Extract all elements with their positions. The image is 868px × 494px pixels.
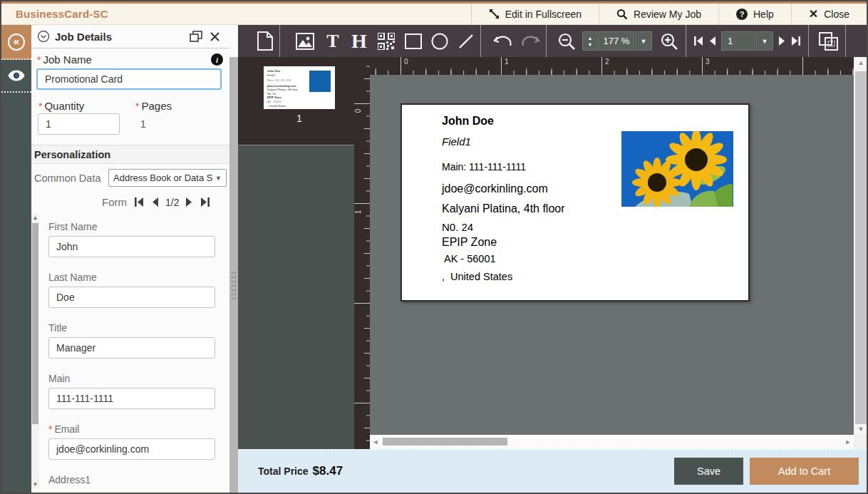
vertical-scrollbar-thumb[interactable] [855,71,867,424]
close-button[interactable]: ✕ Close [791,4,867,24]
previous-page-button[interactable] [706,25,718,57]
page-number-display[interactable]: 1 [721,31,755,51]
scroll-up-icon[interactable]: ▲ [31,214,39,222]
card-email-text[interactable]: jdoe@corkinling.com [442,182,548,195]
zoom-stepper[interactable]: ▲ ▼ [582,31,598,51]
job-name-label: Job Name [43,53,91,66]
scroll-down-icon[interactable]: ▼ [31,480,39,488]
card-address3-text[interactable]: EPIP Zone [442,236,497,249]
scroll-up-icon[interactable]: ▲ [854,57,868,68]
rectangle-tool[interactable] [401,25,426,57]
chevron-circle-icon[interactable] [37,30,50,43]
toolbar-separator [845,25,846,57]
canvas-horizontal-scrollbar[interactable]: ◄ ► [370,435,854,449]
ellipse-tool[interactable] [427,25,453,57]
toolbar-separator [480,25,481,57]
duplicate-page-button[interactable] [815,25,842,57]
close-icon: ✕ [809,7,818,21]
scroll-left-icon[interactable]: ◄ [370,436,381,448]
help-label: Help [753,9,774,20]
quantity-input[interactable] [38,113,120,135]
common-data-select[interactable]: Address Book or Data S ▼ [108,169,227,187]
zoom-in-button[interactable] [657,25,681,57]
scroll-down-icon[interactable]: ▼ [854,423,868,435]
form-scrollbar[interactable]: ▲ ▼ [31,214,39,488]
card-field1-text[interactable]: Field1 [442,135,471,148]
card-name-text[interactable]: John Doe [442,115,494,128]
thumbnail-page-number: 1 [264,113,335,124]
scroll-right-icon[interactable]: ► [842,436,854,448]
left-rail: « [1,25,31,493]
email-input[interactable] [48,438,215,460]
first-page-button[interactable] [691,25,706,57]
horizontal-scrollbar-thumb[interactable] [383,438,507,446]
heading-tool[interactable]: H [346,25,372,57]
text-tool[interactable]: T [320,25,346,57]
image-tool[interactable] [292,25,318,57]
card-zip-text[interactable]: AK - 56001 [444,253,496,264]
thumbnail-text: John Doe Field1 Main: 111-111-1111 jdoe@… [267,69,310,108]
zoom-dropdown[interactable]: ▼ [635,31,652,51]
save-button[interactable]: Save [674,458,743,485]
ruler-tick-label: 1 [505,58,509,66]
business-card-page[interactable]: John Doe Field1 Main: 111-111-1111 jdoe@… [401,103,750,302]
chevron-down-icon: ▼ [762,38,768,45]
last-page-button[interactable] [789,25,803,57]
chevron-down-icon: ▼ [215,175,222,182]
form-navigation: Form 1/2 [102,196,210,208]
close-panel-icon[interactable] [205,28,224,45]
card-phone-text[interactable]: Main: 111-111-1111 [442,161,526,173]
pages-label-row: * Pages [135,100,172,112]
previous-record-icon[interactable] [151,197,158,207]
last-record-icon[interactable] [200,197,210,207]
help-button[interactable]: ? Help [718,4,791,24]
form-scrollbar-thumb[interactable] [32,223,38,424]
step-up-icon[interactable]: ▲ [588,36,593,41]
page-thumbnail[interactable]: John Doe Field1 Main: 111-111-1111 jdoe@… [264,66,335,109]
thumbnail-image-placeholder [309,71,331,92]
panel-splitter[interactable] [229,57,238,493]
collapse-panel-button[interactable]: « [1,25,31,60]
new-page-tool[interactable] [252,25,278,57]
preview-button[interactable] [1,60,31,93]
thumbnail-list: John Doe Field1 Main: 111-111-1111 jdoe@… [238,57,354,145]
page-dropdown[interactable]: ▼ [756,31,773,51]
splitter-handle-icon [231,271,237,299]
ruler-tick-label: 0 [354,109,362,113]
review-my-job-button[interactable]: Review My Job [599,4,718,24]
zoom-level-display[interactable]: 177 % [599,31,634,51]
qr-code-tool[interactable] [373,25,399,57]
add-to-cart-button[interactable]: Add to Cart [750,458,859,485]
next-record-icon[interactable] [186,197,193,207]
eye-icon [8,70,25,81]
zoom-out-button[interactable] [554,25,579,57]
line-tool[interactable] [453,25,479,57]
editor-toolbar: T H ▲ ▼ 177 % [238,25,868,57]
design-canvas[interactable]: John Doe Field1 Main: 111-111-1111 jdoe@… [370,75,854,435]
first-name-input[interactable] [48,236,215,257]
required-marker: * [38,101,42,112]
heading-tool-glyph: H [351,30,367,53]
first-record-icon[interactable] [134,197,144,207]
sunflower-image[interactable] [621,131,733,207]
field-label: Address1 [48,474,91,485]
canvas-vertical-scrollbar[interactable]: ▲ ▼ [854,57,868,435]
job-name-input[interactable] [36,68,222,90]
undo-button[interactable] [489,25,516,57]
page-thumbnails-panel: John Doe Field1 Main: 111-111-1111 jdoe@… [238,57,354,449]
title-input[interactable] [48,337,215,359]
last-name-input[interactable] [48,287,215,308]
card-address2-text[interactable]: N0. 24 [442,221,473,233]
next-page-button[interactable] [776,25,789,57]
card-address1-text[interactable]: Kalyani Platina, 4th floor [442,202,565,215]
field-label: Main [48,373,70,384]
edit-in-fullscreen-button[interactable]: Edit in Fullscreen [471,4,599,24]
info-icon[interactable]: i [211,53,223,66]
step-down-icon[interactable]: ▼ [588,42,593,47]
total-price-value: $8.47 [313,464,343,478]
main-phone-input[interactable] [48,388,215,409]
redo-button[interactable] [517,25,544,57]
required-marker: * [48,423,52,435]
popout-panel-icon[interactable] [187,28,205,45]
card-country-text[interactable]: , United States [442,271,512,282]
